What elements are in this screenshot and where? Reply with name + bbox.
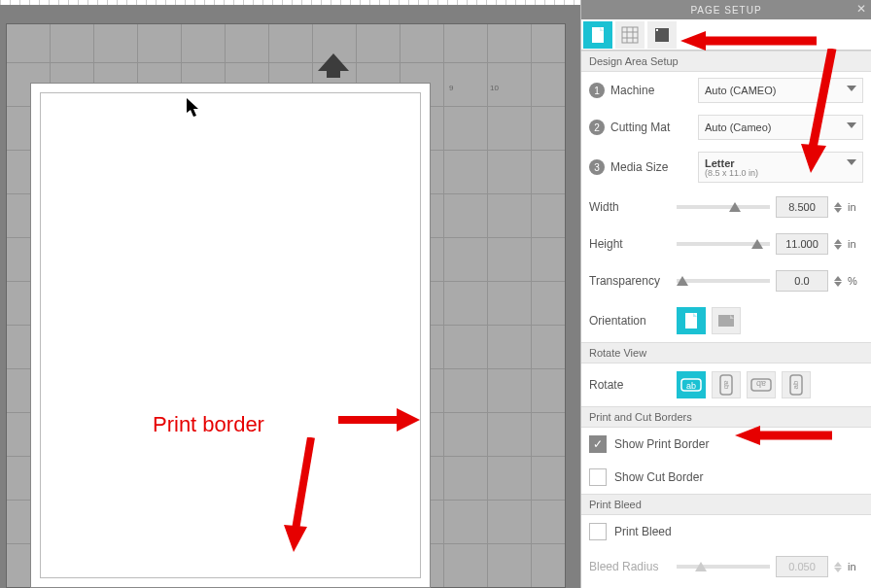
panel-title-bar: PAGE SETUP ✕	[581, 0, 871, 19]
annotation-arrow-icon	[338, 404, 421, 435]
annotation-arrow-icon	[680, 31, 817, 51]
rotate-90-button[interactable]: ab	[712, 371, 741, 398]
ruler-top	[0, 0, 580, 5]
svg-marker-1	[397, 408, 420, 432]
machine-value: Auto (CAMEO)	[705, 85, 776, 96]
step-badge: 1	[589, 83, 605, 98]
rotate-label: Rotate	[589, 378, 671, 392]
bleed-radius-input: 0.050	[776, 556, 828, 577]
svg-text:ab: ab	[686, 381, 696, 391]
show-cut-border-label: Show Cut Border	[614, 470, 703, 484]
canvas-area: 9 10 Print border	[0, 0, 580, 588]
section-rotate-view: Rotate View	[581, 342, 871, 363]
annotation-arrow-icon	[282, 437, 321, 554]
arrow-up-icon	[318, 53, 349, 71]
height-label: Height	[589, 237, 671, 251]
orientation-landscape-button[interactable]	[712, 307, 741, 334]
chevron-down-icon	[847, 86, 856, 91]
ruler-num: 10	[490, 84, 499, 92]
annotation-label: Print border	[153, 412, 264, 437]
panel-title: PAGE SETUP	[690, 5, 761, 16]
row-print-bleed: Print Bleed	[581, 515, 871, 548]
chevron-down-icon	[847, 159, 856, 165]
rotate-270-button[interactable]: ab	[782, 371, 811, 398]
height-unit: in	[848, 238, 863, 250]
width-slider[interactable]	[677, 205, 770, 209]
orientation-portrait-button[interactable]	[677, 307, 706, 334]
section-borders: Print and Cut Borders	[581, 406, 871, 428]
transparency-spinner[interactable]	[834, 276, 842, 287]
svg-rect-12	[656, 29, 658, 31]
bleed-radius-unit: in	[848, 561, 863, 572]
tab-grid[interactable]	[615, 21, 645, 49]
row-height: Height 11.000 in	[581, 225, 871, 262]
ruler-num: 9	[449, 84, 453, 92]
close-icon[interactable]: ✕	[856, 2, 867, 16]
width-spinner[interactable]	[834, 202, 842, 213]
transparency-unit: %	[848, 275, 863, 287]
svg-rect-6	[622, 27, 638, 43]
tab-registration[interactable]	[647, 21, 677, 49]
show-cut-border-checkbox[interactable]	[589, 468, 607, 486]
rotate-0-button[interactable]: ab	[677, 371, 706, 398]
width-unit: in	[848, 201, 863, 213]
bleed-radius-label: Bleed Radius	[589, 560, 671, 573]
print-bleed-checkbox[interactable]	[589, 523, 607, 540]
transparency-label: Transparency	[589, 274, 671, 288]
svg-text:ab: ab	[756, 379, 766, 389]
row-bleed-radius: Bleed Radius 0.050 in	[581, 548, 871, 585]
svg-line-2	[296, 437, 311, 530]
rotate-180-button[interactable]: ab	[747, 371, 776, 398]
svg-text:ab: ab	[722, 381, 731, 390]
print-bleed-label: Print Bleed	[614, 525, 672, 538]
svg-line-27	[813, 49, 832, 148]
row-show-cut-border: Show Cut Border	[581, 461, 871, 494]
row-rotate: Rotate ab ab ab ab	[581, 363, 871, 406]
row-transparency: Transparency 0.0 %	[581, 262, 871, 299]
print-border	[40, 92, 421, 578]
machine-label: Machine	[610, 84, 692, 97]
section-print-bleed: Print Bleed	[581, 494, 871, 515]
transparency-input[interactable]: 0.0	[776, 270, 828, 292]
transparency-slider[interactable]	[677, 279, 770, 283]
svg-text:ab: ab	[791, 380, 800, 389]
show-print-border-checkbox[interactable]: ✓	[589, 435, 607, 453]
height-slider[interactable]	[677, 242, 770, 246]
step-badge: 3	[589, 159, 605, 175]
orientation-label: Orientation	[589, 314, 671, 328]
step-badge: 2	[589, 120, 605, 135]
row-width: Width 8.500 in	[581, 189, 871, 225]
width-label: Width	[589, 200, 671, 214]
svg-marker-26	[680, 31, 706, 51]
bleed-radius-spinner	[834, 562, 842, 572]
width-input[interactable]: 8.500	[776, 196, 828, 218]
bleed-radius-slider	[677, 565, 770, 569]
svg-marker-28	[801, 144, 826, 173]
svg-marker-30	[735, 426, 760, 445]
cuttingmat-label: Cutting Mat	[610, 121, 692, 134]
tab-page[interactable]	[583, 21, 612, 49]
mediasize-label: Media Size	[610, 160, 692, 174]
row-orientation: Orientation	[581, 299, 871, 342]
annotation-arrow-icon	[735, 426, 832, 445]
annotation-arrow-icon	[797, 49, 846, 175]
cuttingmat-value: Auto (Cameo)	[705, 121, 771, 133]
mediasize-value: Letter	[705, 157, 735, 169]
svg-marker-3	[284, 525, 307, 552]
height-input[interactable]: 11.000	[776, 233, 828, 255]
height-spinner[interactable]	[834, 239, 842, 250]
show-print-border-label: Show Print Border	[614, 437, 709, 451]
cursor-icon	[187, 98, 200, 118]
chevron-down-icon	[847, 122, 856, 128]
mediasize-sub: (8.5 x 11.0 in)	[705, 169, 758, 178]
